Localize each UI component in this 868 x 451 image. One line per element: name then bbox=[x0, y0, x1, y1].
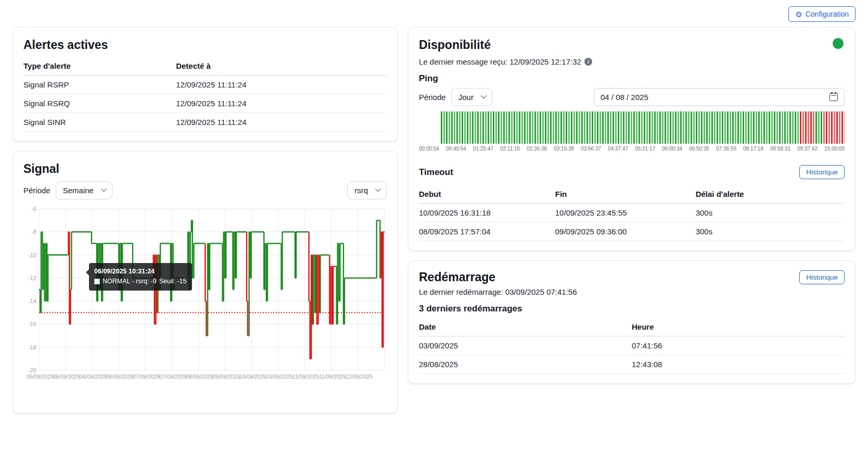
ping-time-label: 07:36:55 bbox=[716, 146, 736, 152]
restart-col-heure: Heure bbox=[632, 318, 845, 336]
ping-up-bar bbox=[763, 111, 765, 144]
alert-detected-at: 12/09/2025 11:11:24 bbox=[176, 76, 387, 94]
restart-history-label: Historique bbox=[806, 273, 838, 281]
signal-period-label: Période bbox=[23, 186, 50, 195]
alerts-col-detected: Detecté à bbox=[176, 57, 387, 76]
ping-up-bar bbox=[657, 111, 658, 144]
ping-up-bar bbox=[493, 111, 494, 144]
restart-history-button[interactable]: Historique bbox=[799, 270, 845, 284]
ping-up-bar bbox=[503, 111, 505, 144]
table-row: 10/09/2025 16:31:18 10/09/2025 23:45:55 … bbox=[419, 204, 845, 222]
ping-up-bar bbox=[743, 111, 744, 144]
svg-text:11/09/2025: 11/09/2025 bbox=[292, 373, 320, 380]
ping-up-bar bbox=[462, 111, 463, 144]
ping-time-label: 02:11:15 bbox=[500, 146, 520, 152]
ping-time-label: 15:00:00 bbox=[824, 146, 845, 152]
ping-heading: Ping bbox=[419, 73, 845, 84]
signal-metric-select[interactable]: rsrq bbox=[347, 181, 387, 199]
ping-up-bar bbox=[782, 111, 783, 144]
restart-table: Date Heure 03/09/2025 07:41:56 28/08/202… bbox=[419, 318, 845, 374]
restart-date: 03/09/2025 bbox=[419, 336, 632, 355]
ping-up-bar bbox=[792, 111, 794, 144]
ping-up-bar bbox=[550, 111, 552, 144]
table-row: Signal RSRP 12/09/2025 11:11:24 bbox=[23, 76, 387, 94]
ping-up-bar bbox=[641, 111, 643, 144]
ping-up-bar bbox=[756, 111, 757, 144]
ping-period-select[interactable]: Jour bbox=[451, 88, 492, 106]
ping-up-bar bbox=[649, 111, 650, 144]
alert-detected-at: 12/09/2025 11:11:24 bbox=[176, 113, 387, 132]
ping-up-bar bbox=[776, 111, 778, 144]
ping-up-bar bbox=[667, 111, 669, 144]
ping-up-bar bbox=[771, 111, 773, 144]
ping-up-bar bbox=[620, 111, 622, 144]
ping-up-bar bbox=[482, 111, 484, 144]
ping-time-label: 00:40:54 bbox=[446, 146, 466, 152]
ping-up-bar bbox=[597, 111, 598, 144]
ping-up-bar bbox=[506, 111, 507, 144]
ping-down-bar bbox=[828, 111, 830, 144]
calendar-icon[interactable] bbox=[829, 93, 838, 101]
ping-up-bar bbox=[722, 111, 723, 144]
ping-up-bar bbox=[568, 111, 570, 144]
availability-card: Disponibilité Le dernier message reçu: 1… bbox=[408, 27, 856, 251]
timeout-history-button[interactable]: Historique bbox=[799, 165, 845, 179]
ping-up-bar bbox=[558, 111, 559, 144]
ping-time-label: 03:15:38 bbox=[554, 146, 574, 152]
ping-up-bar bbox=[719, 111, 721, 144]
ping-up-bar bbox=[670, 111, 671, 144]
svg-text:07/09/2025: 07/09/2025 bbox=[133, 373, 160, 380]
svg-text:11/09/2025: 11/09/2025 bbox=[319, 373, 346, 380]
active-alerts-title: Alertes actives bbox=[23, 38, 387, 52]
ping-up-bar bbox=[459, 111, 461, 144]
configuration-button[interactable]: ⚙ Configuration bbox=[788, 6, 856, 22]
timeout-col-fin: Fin bbox=[555, 185, 696, 204]
ping-up-bar bbox=[599, 111, 601, 144]
ping-time-label: 08:58:31 bbox=[770, 146, 790, 152]
ping-up-bar bbox=[779, 111, 781, 144]
ping-up-bar bbox=[545, 111, 546, 144]
ping-up-bar bbox=[789, 111, 791, 144]
signal-chart[interactable]: -6-8-10-12-14-16-18-2005/09/202506/09/20… bbox=[23, 205, 387, 404]
ping-down-bar bbox=[834, 111, 835, 144]
ping-time-label: 08:17:18 bbox=[743, 146, 763, 152]
ping-time-axis: 00:00:5400:40:5401:25:4702:11:1502:36:38… bbox=[419, 146, 845, 152]
signal-card: Signal Période Semaine rsrq -6-8-10-12-1… bbox=[12, 151, 398, 414]
ping-up-bar bbox=[485, 111, 487, 144]
ping-up-bar bbox=[795, 111, 796, 144]
info-icon[interactable]: i bbox=[584, 58, 592, 66]
ping-up-bar bbox=[456, 111, 458, 144]
ping-up-bar bbox=[688, 111, 690, 144]
ping-date-input[interactable]: 04 / 08 / 2025 bbox=[594, 88, 845, 106]
svg-text:-18: -18 bbox=[28, 344, 36, 350]
restart-heure: 12:43:08 bbox=[632, 355, 845, 374]
ping-up-bar bbox=[540, 111, 541, 144]
ping-up-bar bbox=[659, 111, 661, 144]
ping-time-label: 06:00:34 bbox=[662, 146, 682, 152]
ping-time-label: 00:00:54 bbox=[419, 146, 439, 152]
ping-up-bar bbox=[745, 111, 747, 144]
configuration-button-label: Configuration bbox=[806, 10, 849, 18]
active-alerts-table: Type d'alerte Detecté à Signal RSRP 12/0… bbox=[23, 57, 387, 132]
ping-up-bar bbox=[730, 111, 731, 144]
ping-up-bar bbox=[714, 111, 716, 144]
ping-up-bar bbox=[469, 111, 471, 144]
timeout-fin: 09/09/2025 09:36:00 bbox=[555, 222, 696, 241]
ping-up-bar bbox=[696, 111, 697, 144]
ping-up-bar bbox=[618, 111, 619, 144]
ping-down-bar bbox=[839, 111, 840, 144]
alert-type: Signal RSRP bbox=[23, 76, 176, 94]
ping-up-bar bbox=[766, 111, 768, 144]
timeout-history-label: Historique bbox=[806, 168, 838, 176]
gear-icon: ⚙ bbox=[795, 10, 802, 18]
ping-status-strip-chart[interactable]: 00:00:5400:40:5401:25:4702:11:1502:36:38… bbox=[419, 111, 845, 152]
ping-up-bar bbox=[678, 111, 679, 144]
restart-subheading: 3 derniers redémarrages bbox=[419, 304, 845, 314]
ping-up-bar bbox=[612, 111, 614, 144]
ping-up-bar bbox=[704, 111, 705, 144]
ping-up-bar bbox=[547, 111, 549, 144]
series-swatch-icon bbox=[94, 279, 100, 284]
signal-period-select[interactable]: Semaine bbox=[56, 181, 112, 199]
signal-chart-svg: -6-8-10-12-14-16-18-2005/09/202506/09/20… bbox=[23, 205, 388, 402]
ping-up-bar bbox=[589, 111, 591, 144]
